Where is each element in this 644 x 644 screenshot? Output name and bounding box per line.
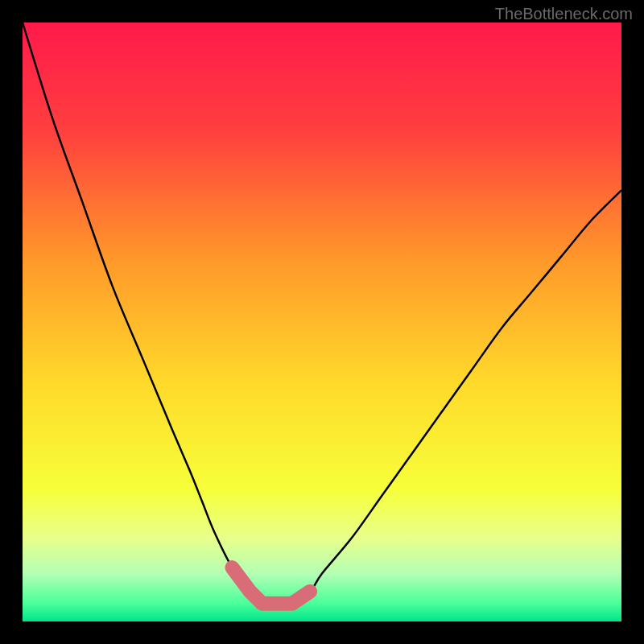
watermark-text: TheBottleneck.com: [495, 5, 633, 23]
chart-svg: [23, 23, 621, 621]
chart-container: [23, 23, 621, 621]
chart-background: [23, 23, 621, 621]
